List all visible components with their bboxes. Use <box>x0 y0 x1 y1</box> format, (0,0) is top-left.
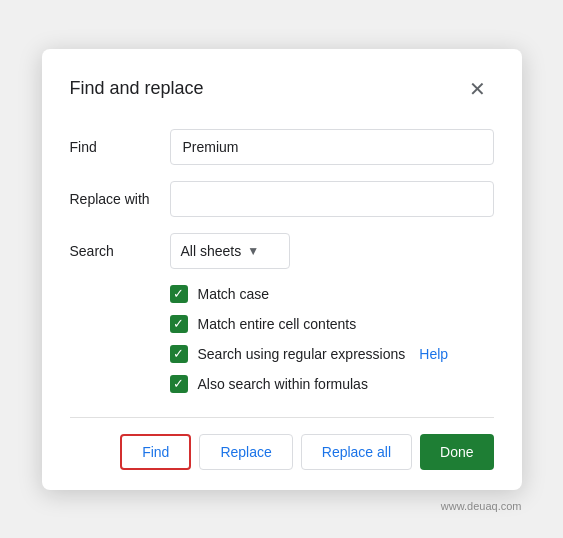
checkbox-row-match-entire: ✓ Match entire cell contents <box>170 315 494 333</box>
match-entire-label: Match entire cell contents <box>198 316 357 332</box>
checkmark-icon: ✓ <box>173 287 184 300</box>
formulas-checkbox[interactable]: ✓ <box>170 375 188 393</box>
chevron-down-icon: ▼ <box>247 244 259 258</box>
search-row: Search All sheets ▼ <box>70 233 494 269</box>
regex-checkbox[interactable]: ✓ <box>170 345 188 363</box>
done-button[interactable]: Done <box>420 434 493 470</box>
search-label: Search <box>70 243 170 259</box>
regex-label: Search using regular expressions <box>198 346 406 362</box>
search-dropdown[interactable]: All sheets ▼ <box>170 233 290 269</box>
checkboxes-section: ✓ Match case ✓ Match entire cell content… <box>170 285 494 393</box>
search-dropdown-value: All sheets <box>181 243 242 259</box>
replace-all-button[interactable]: Replace all <box>301 434 412 470</box>
formulas-label: Also search within formulas <box>198 376 368 392</box>
find-input[interactable] <box>170 129 494 165</box>
replace-button[interactable]: Replace <box>199 434 292 470</box>
match-case-checkbox[interactable]: ✓ <box>170 285 188 303</box>
replace-with-input[interactable] <box>170 181 494 217</box>
find-label: Find <box>70 139 170 155</box>
checkbox-row-regex: ✓ Search using regular expressions Help <box>170 345 494 363</box>
checkbox-row-match-case: ✓ Match case <box>170 285 494 303</box>
match-entire-checkbox[interactable]: ✓ <box>170 315 188 333</box>
close-button[interactable]: ✕ <box>462 73 494 105</box>
watermark: www.deuaq.com <box>441 500 522 512</box>
checkmark-icon: ✓ <box>173 377 184 390</box>
match-case-label: Match case <box>198 286 270 302</box>
replace-with-row: Replace with <box>70 181 494 217</box>
find-row: Find <box>70 129 494 165</box>
find-button[interactable]: Find <box>120 434 191 470</box>
replace-with-label: Replace with <box>70 191 170 207</box>
checkbox-row-formulas: ✓ Also search within formulas <box>170 375 494 393</box>
dialog-footer: Find Replace Replace all Done <box>70 417 494 470</box>
dialog-title: Find and replace <box>70 78 204 99</box>
checkmark-icon: ✓ <box>173 317 184 330</box>
help-link[interactable]: Help <box>419 346 448 362</box>
find-replace-dialog: Find and replace ✕ Find Replace with Sea… <box>42 49 522 490</box>
checkmark-icon: ✓ <box>173 347 184 360</box>
dialog-header: Find and replace ✕ <box>70 73 494 105</box>
